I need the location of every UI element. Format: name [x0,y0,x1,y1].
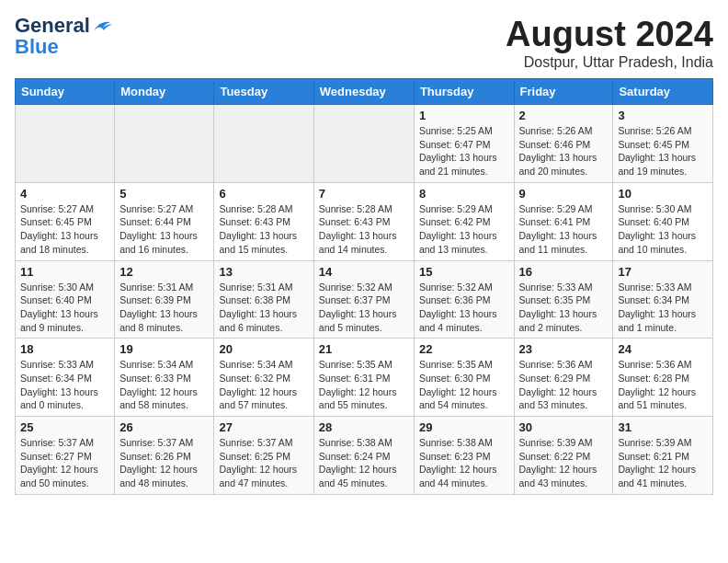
logo-blue-text: Blue [15,37,59,57]
logo: General Blue [15,15,112,57]
calendar-cell: 6Sunrise: 5:28 AM Sunset: 6:43 PM Daylig… [214,182,313,260]
day-number: 14 [319,265,409,279]
day-info: Sunrise: 5:32 AM Sunset: 6:37 PM Dayligh… [319,281,409,335]
calendar-cell [115,105,214,183]
day-number: 11 [20,265,109,279]
weekday-header-cell: Friday [514,79,613,105]
weekday-header-cell: Thursday [414,79,514,105]
calendar-cell: 31Sunrise: 5:39 AM Sunset: 6:21 PM Dayli… [613,417,713,495]
day-number: 15 [419,265,509,279]
day-number: 20 [219,342,308,356]
day-info: Sunrise: 5:27 AM Sunset: 6:45 PM Dayligh… [20,202,109,257]
calendar-cell: 26Sunrise: 5:37 AM Sunset: 6:26 PM Dayli… [115,417,214,495]
calendar-cell: 5Sunrise: 5:27 AM Sunset: 6:44 PM Daylig… [115,182,214,260]
weekday-header-cell: Tuesday [214,79,313,105]
calendar-cell: 12Sunrise: 5:31 AM Sunset: 6:39 PM Dayli… [115,260,214,339]
day-number: 18 [20,342,109,356]
day-info: Sunrise: 5:35 AM Sunset: 6:30 PM Dayligh… [419,358,509,412]
calendar-cell: 22Sunrise: 5:35 AM Sunset: 6:30 PM Dayli… [414,339,514,417]
logo-text: General [15,15,112,37]
day-info: Sunrise: 5:27 AM Sunset: 6:44 PM Dayligh… [119,202,209,257]
day-info: Sunrise: 5:30 AM Sunset: 6:40 PM Dayligh… [20,281,109,335]
day-number: 7 [319,187,409,201]
day-number: 31 [618,420,708,434]
day-info: Sunrise: 5:33 AM Sunset: 6:35 PM Dayligh… [519,281,609,335]
day-number: 23 [519,342,609,356]
calendar-cell: 1Sunrise: 5:25 AM Sunset: 6:47 PM Daylig… [414,105,514,183]
day-info: Sunrise: 5:39 AM Sunset: 6:22 PM Dayligh… [519,436,609,490]
day-number: 30 [519,420,609,434]
weekday-header-row: SundayMondayTuesdayWednesdayThursdayFrid… [16,79,713,105]
calendar-cell: 17Sunrise: 5:33 AM Sunset: 6:34 PM Dayli… [613,260,713,339]
calendar-table: SundayMondayTuesdayWednesdayThursdayFrid… [15,78,713,495]
day-number: 16 [519,265,609,279]
day-info: Sunrise: 5:37 AM Sunset: 6:27 PM Dayligh… [20,436,109,490]
day-number: 24 [618,342,708,356]
day-number: 28 [319,420,409,434]
day-number: 17 [618,265,708,279]
calendar-cell: 14Sunrise: 5:32 AM Sunset: 6:37 PM Dayli… [313,260,414,339]
day-number: 26 [119,420,209,434]
day-info: Sunrise: 5:31 AM Sunset: 6:39 PM Dayligh… [119,281,209,335]
day-number: 27 [219,420,308,434]
day-info: Sunrise: 5:34 AM Sunset: 6:33 PM Dayligh… [119,358,209,412]
calendar-cell: 28Sunrise: 5:38 AM Sunset: 6:24 PM Dayli… [313,417,414,495]
day-info: Sunrise: 5:33 AM Sunset: 6:34 PM Dayligh… [618,281,708,335]
day-info: Sunrise: 5:31 AM Sunset: 6:38 PM Dayligh… [219,281,308,335]
calendar-cell: 19Sunrise: 5:34 AM Sunset: 6:33 PM Dayli… [115,339,214,417]
calendar-cell: 24Sunrise: 5:36 AM Sunset: 6:28 PM Dayli… [613,339,713,417]
title-area: August 2024 Dostpur, Uttar Pradesh, Indi… [506,15,713,71]
day-number: 13 [219,265,308,279]
day-info: Sunrise: 5:29 AM Sunset: 6:42 PM Dayligh… [419,202,509,257]
day-number: 2 [519,109,609,122]
day-info: Sunrise: 5:30 AM Sunset: 6:40 PM Dayligh… [618,202,708,257]
day-info: Sunrise: 5:29 AM Sunset: 6:41 PM Dayligh… [519,202,609,257]
calendar-cell: 10Sunrise: 5:30 AM Sunset: 6:40 PM Dayli… [613,182,713,260]
day-info: Sunrise: 5:28 AM Sunset: 6:43 PM Dayligh… [219,202,308,257]
day-info: Sunrise: 5:34 AM Sunset: 6:32 PM Dayligh… [219,358,308,412]
day-number: 10 [618,187,708,201]
day-number: 4 [20,187,109,201]
calendar-cell: 2Sunrise: 5:26 AM Sunset: 6:46 PM Daylig… [514,105,613,183]
calendar-cell: 18Sunrise: 5:33 AM Sunset: 6:34 PM Dayli… [16,339,115,417]
calendar-row: 1Sunrise: 5:25 AM Sunset: 6:47 PM Daylig… [16,105,713,183]
calendar-cell: 11Sunrise: 5:30 AM Sunset: 6:40 PM Dayli… [16,260,115,339]
day-info: Sunrise: 5:36 AM Sunset: 6:29 PM Dayligh… [519,358,609,412]
logo-bird-icon [92,18,112,35]
calendar-cell: 4Sunrise: 5:27 AM Sunset: 6:45 PM Daylig… [16,182,115,260]
weekday-header-cell: Wednesday [313,79,414,105]
calendar-cell: 7Sunrise: 5:28 AM Sunset: 6:43 PM Daylig… [313,182,414,260]
day-info: Sunrise: 5:36 AM Sunset: 6:28 PM Dayligh… [618,358,708,412]
calendar-cell: 25Sunrise: 5:37 AM Sunset: 6:27 PM Dayli… [16,417,115,495]
calendar-row: 11Sunrise: 5:30 AM Sunset: 6:40 PM Dayli… [16,260,713,339]
day-number: 22 [419,342,509,356]
calendar-cell: 15Sunrise: 5:32 AM Sunset: 6:36 PM Dayli… [414,260,514,339]
day-info: Sunrise: 5:26 AM Sunset: 6:45 PM Dayligh… [618,124,708,178]
day-number: 8 [419,187,509,201]
day-info: Sunrise: 5:28 AM Sunset: 6:43 PM Dayligh… [319,202,409,257]
header: General Blue August 2024 Dostpur, Uttar … [15,15,713,71]
month-title: August 2024 [506,15,713,54]
calendar-cell: 9Sunrise: 5:29 AM Sunset: 6:41 PM Daylig… [514,182,613,260]
calendar-cell: 29Sunrise: 5:38 AM Sunset: 6:23 PM Dayli… [414,417,514,495]
calendar-row: 4Sunrise: 5:27 AM Sunset: 6:45 PM Daylig… [16,182,713,260]
day-number: 6 [219,187,308,201]
day-number: 25 [20,420,109,434]
calendar-cell: 21Sunrise: 5:35 AM Sunset: 6:31 PM Dayli… [313,339,414,417]
calendar-cell [313,105,414,183]
calendar-cell: 27Sunrise: 5:37 AM Sunset: 6:25 PM Dayli… [214,417,313,495]
day-number: 3 [618,109,708,122]
location-title: Dostpur, Uttar Pradesh, India [506,54,713,71]
day-info: Sunrise: 5:35 AM Sunset: 6:31 PM Dayligh… [319,358,409,412]
day-number: 29 [419,420,509,434]
calendar-cell: 23Sunrise: 5:36 AM Sunset: 6:29 PM Dayli… [514,339,613,417]
calendar-cell: 8Sunrise: 5:29 AM Sunset: 6:42 PM Daylig… [414,182,514,260]
calendar-row: 18Sunrise: 5:33 AM Sunset: 6:34 PM Dayli… [16,339,713,417]
day-number: 1 [419,109,509,122]
calendar-cell: 30Sunrise: 5:39 AM Sunset: 6:22 PM Dayli… [514,417,613,495]
calendar-cell: 16Sunrise: 5:33 AM Sunset: 6:35 PM Dayli… [514,260,613,339]
day-info: Sunrise: 5:38 AM Sunset: 6:24 PM Dayligh… [319,436,409,490]
weekday-header-cell: Sunday [16,79,115,105]
weekday-header-cell: Saturday [613,79,713,105]
day-info: Sunrise: 5:39 AM Sunset: 6:21 PM Dayligh… [618,436,708,490]
